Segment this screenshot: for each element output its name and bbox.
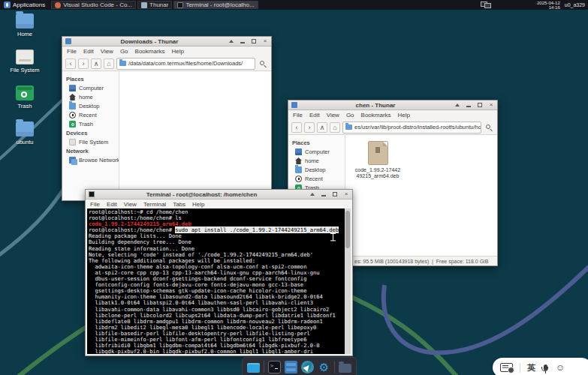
- maximize-button[interactable]: [332, 191, 338, 197]
- search-icon[interactable]: [258, 58, 268, 69]
- shade-button[interactable]: [309, 191, 315, 197]
- dock-terminal-launcher-icon[interactable]: [268, 361, 281, 374]
- menu-item-help[interactable]: Help: [172, 48, 184, 55]
- home-button[interactable]: ⌂: [104, 58, 114, 69]
- sidebar-section-header: Devices: [66, 130, 119, 136]
- desktop-icon-trash[interactable]: Trash: [5, 86, 45, 110]
- menu-item-file[interactable]: File: [67, 48, 77, 55]
- minimize-button[interactable]: [240, 38, 246, 44]
- maximize-button[interactable]: [477, 102, 483, 108]
- deb-file-item[interactable]: code_1.99.2-17442 49215_arm64.deb: [353, 141, 403, 179]
- sidebar-item-recent[interactable]: Recent: [295, 176, 345, 182]
- dock-file-drawer-icon[interactable]: [285, 361, 297, 374]
- taskbar-button-vscode[interactable]: Visual Studio Code - Co...: [51, 1, 136, 9]
- up-button[interactable]: ∧: [317, 122, 327, 133]
- minimize-button[interactable]: [321, 191, 327, 197]
- recent-icon: [295, 176, 302, 182]
- dock-separator: [264, 361, 264, 373]
- menu-item-go[interactable]: Go: [120, 48, 128, 55]
- back-button[interactable]: ‹: [65, 58, 76, 69]
- dock-settings-icon[interactable]: ⚙: [318, 361, 330, 374]
- desktop-icon: [295, 166, 302, 173]
- task-label: Visual Studio Code - Co...: [63, 2, 132, 8]
- back-button[interactable]: ‹: [291, 122, 302, 133]
- sidebar-item-home[interactable]: home: [69, 94, 119, 100]
- menu-item-view[interactable]: View: [124, 201, 137, 208]
- titlebar[interactable]: Terminal - root@localhost: /home/chen ×: [86, 190, 352, 200]
- sidebar-item-drive[interactable]: File System: [69, 139, 119, 146]
- keyboard-icon[interactable]: [500, 363, 513, 372]
- sidebar-item-recent[interactable]: Recent: [69, 112, 119, 118]
- sidebar-item-computer[interactable]: Computer: [69, 85, 119, 92]
- clock-time: 14:16: [537, 5, 560, 10]
- sidebar-item-desktop[interactable]: Desktop: [295, 166, 345, 173]
- ime-language-toggle[interactable]: 英: [527, 362, 535, 374]
- menu-item-bookmarks[interactable]: Bookmarks: [135, 48, 165, 55]
- up-button[interactable]: ∧: [91, 58, 101, 69]
- path-bar[interactable]: es/usr/var/lib/proot-distro/installed-ro…: [342, 122, 481, 134]
- home-button[interactable]: ⌂: [330, 122, 340, 133]
- sidebar-section-header: Network: [66, 148, 119, 154]
- minimize-button[interactable]: [466, 102, 472, 108]
- dock-web-browser-icon[interactable]: [301, 361, 314, 374]
- sidebar-item-home[interactable]: home: [295, 158, 345, 164]
- shade-button[interactable]: [454, 102, 460, 108]
- taskbar-button-thunar[interactable]: Thunar: [137, 1, 172, 9]
- menu-item-terminal[interactable]: Terminal: [143, 201, 166, 208]
- sidebar-item-label: Computer: [79, 85, 104, 92]
- menu-item-help[interactable]: Help: [398, 112, 410, 118]
- microphone-icon[interactable]: [544, 364, 547, 370]
- desktop-icon-ubuntu[interactable]: ubuntu: [5, 122, 45, 146]
- scrollbar-thumb[interactable]: [345, 211, 350, 248]
- sidebar-item-label: Browse Network: [79, 157, 119, 164]
- file-list-area[interactable]: code_1.99.2-17442 49215_arm64.deb: [345, 135, 497, 256]
- dock-show-desktop-icon[interactable]: [247, 363, 260, 373]
- menu-item-edit[interactable]: Edit: [83, 48, 94, 55]
- menu-item-bookmarks[interactable]: Bookmarks: [361, 112, 391, 118]
- shade-button[interactable]: [228, 38, 234, 44]
- menu-item-view[interactable]: View: [327, 112, 339, 118]
- applications-menu-button[interactable]: Applications: [0, 0, 49, 10]
- path-bar[interactable]: /data/data/com.termux/files/home/Downloa…: [116, 58, 255, 70]
- close-button[interactable]: ×: [262, 38, 268, 44]
- emoji-icon[interactable]: ☺: [556, 363, 565, 372]
- search-icon[interactable]: [484, 122, 494, 133]
- sidebar-item-trash[interactable]: Trash: [69, 121, 119, 128]
- menu-item-edit[interactable]: Edit: [107, 201, 117, 208]
- terminal-output[interactable]: root@localhost:~# cd /home/chenroot@loca…: [87, 208, 351, 354]
- menu-item-file[interactable]: File: [293, 112, 303, 118]
- menu-item-go[interactable]: Go: [346, 112, 354, 118]
- task-label: Terminal - root@localho...: [185, 2, 254, 8]
- taskbar-button-terminal[interactable]: Terminal - root@localho...: [173, 1, 258, 9]
- dock-file-manager-icon[interactable]: [339, 364, 351, 373]
- workspace-switcher[interactable]: [481, 2, 493, 8]
- path-text: /data/data/com.termux/files/home/Downloa…: [128, 60, 243, 67]
- desktop-icon-filesystem[interactable]: File System: [5, 50, 45, 74]
- forward-button[interactable]: ›: [78, 58, 89, 69]
- close-button[interactable]: ×: [488, 102, 494, 108]
- sidebar-item-desktop[interactable]: Desktop: [69, 103, 119, 110]
- sidebar-item-network[interactable]: Browse Network: [69, 157, 119, 164]
- sidebar-item-computer[interactable]: Computer: [295, 148, 345, 155]
- sidebar-section-header: Places: [292, 140, 345, 146]
- sidebar-section-devices: DevicesFile System: [66, 130, 119, 146]
- maximize-button[interactable]: [251, 38, 257, 44]
- menu-item-tabs[interactable]: Tabs: [173, 201, 185, 208]
- task-label: Thunar: [149, 2, 168, 8]
- clock[interactable]: 2025-04-12 14:16: [537, 1, 560, 10]
- file-list-area[interactable]: [119, 71, 271, 200]
- menu-item-help[interactable]: Help: [192, 201, 204, 208]
- trash-icon: [16, 86, 34, 100]
- terminal-scrollbar[interactable]: [345, 208, 351, 354]
- menu-item-edit[interactable]: Edit: [309, 112, 320, 118]
- forward-button[interactable]: ›: [304, 122, 315, 133]
- sidebar-item-label: home: [79, 94, 93, 100]
- menu-item-file[interactable]: File: [90, 201, 100, 208]
- menu-item-view[interactable]: View: [101, 48, 113, 55]
- titlebar[interactable]: Downloads - Thunar ×: [62, 37, 271, 46]
- close-button[interactable]: ×: [343, 191, 349, 197]
- titlebar[interactable]: chen - Thunar ×: [288, 100, 497, 110]
- desktop-icon-home[interactable]: Home: [5, 14, 45, 38]
- window-title: Downloads - Thunar: [74, 38, 225, 45]
- dock: ⚙: [242, 357, 357, 375]
